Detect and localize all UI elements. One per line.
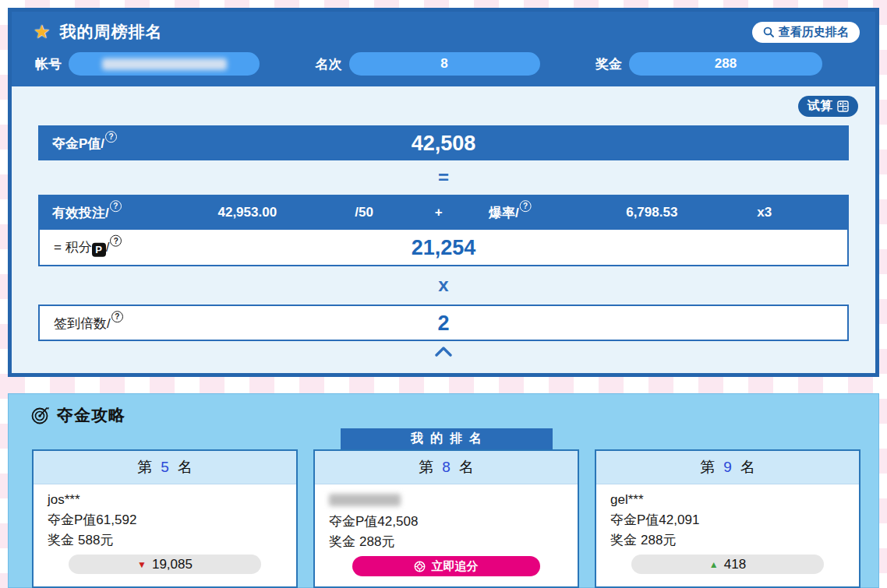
search-icon [763, 26, 774, 37]
rank-number: 9 [723, 459, 732, 476]
times-operator: x [12, 276, 875, 294]
calc-panel: 试算 夺金P值/? 42,508 = [12, 86, 875, 360]
rank-card-9: 第 9 名 gel*** 夺金P值42,091 奖金288元 ▲ 418 [595, 449, 860, 588]
up-triangle-icon: ▲ [709, 555, 719, 575]
p-badge-icon: P [92, 243, 106, 257]
burst-rate-value: 6,798.53 [626, 205, 677, 220]
points-gap-badge: ▼ 19,085 [69, 555, 261, 574]
weekly-ranking-panel: ★ 我的周榜排名 查看历史排名 帐号 名次 8 [8, 8, 879, 377]
points-label: = 积分P/? [54, 238, 122, 257]
account-label: 帐号 [35, 55, 62, 73]
points-gap-value: 418 [724, 555, 746, 575]
player-prize-line: 奖金288元 [329, 532, 564, 552]
plus-operator: + [435, 205, 443, 220]
help-icon[interactable]: ? [110, 200, 122, 212]
burst-rate-label: 爆率/? [489, 203, 532, 222]
calculator-icon [837, 100, 849, 112]
account-value-pill [69, 52, 260, 76]
points-gap-badge: ▲ 418 [631, 555, 824, 574]
chase-points-button[interactable]: 立即追分 [352, 556, 540, 576]
signin-multiplier-value: 2 [437, 311, 449, 335]
player-p-value-line: 夺金P值61,592 [48, 510, 282, 530]
prize-value: 288 [715, 56, 737, 72]
rank-card-8-mine: 我的排名 第 8 名 夺金P值42,508 奖金288元 [313, 439, 579, 588]
collapse-chevron-icon[interactable] [434, 347, 453, 357]
rank-value-pill: 8 [349, 52, 540, 76]
player-prize-line: 奖金288元 [610, 530, 845, 551]
player-name-blurred [329, 494, 401, 506]
p-value: 42,508 [412, 131, 476, 155]
prize-value-pill: 288 [629, 52, 822, 76]
rank-card-8-header: 第 8 名 [315, 451, 578, 484]
valid-bet-value: 42,953.00 [217, 205, 277, 220]
player-p-value-line: 夺金P值42,508 [329, 512, 564, 532]
prize-label: 奖金 [595, 55, 622, 73]
view-history-ranking-label: 查看历史排名 [779, 25, 849, 40]
bet-divisor: /50 [355, 205, 373, 220]
rank-value: 8 [440, 56, 447, 72]
equals-operator: = [12, 168, 875, 187]
burst-multiplier: x3 [757, 205, 772, 220]
rank-label: 名次 [316, 55, 342, 73]
chip-icon [414, 561, 426, 572]
chase-points-label: 立即追分 [431, 559, 478, 574]
player-p-value-line: 夺金P值42,091 [610, 510, 845, 530]
account-value-blurred [102, 58, 227, 70]
rank-card-5-header: 第 5 名 [34, 451, 296, 484]
strategy-panel: 夺金攻略 第 5 名 jos*** 夺金P值61,592 奖金588元 ▼ [8, 393, 879, 588]
star-icon: ★ [34, 23, 51, 41]
signin-multiplier-row: 签到倍数/? 2 [38, 305, 849, 341]
rank-card-9-header: 第 9 名 [596, 451, 859, 484]
help-icon[interactable]: ? [110, 234, 122, 246]
help-icon[interactable]: ? [111, 311, 123, 322]
rank-number: 5 [161, 459, 169, 476]
points-value: 21,254 [412, 235, 476, 259]
page-title: 我的周榜排名 [60, 21, 163, 43]
points-gap-value: 19,085 [152, 555, 193, 575]
player-name: jos*** [48, 490, 282, 510]
points-row: = 积分P/? 21,254 [38, 230, 849, 266]
help-icon[interactable]: ? [105, 131, 117, 143]
weekly-ranking-header: ★ 我的周榜排名 查看历史排名 帐号 名次 8 [12, 12, 875, 86]
my-rank-tab: 我的排名 [341, 428, 553, 449]
strategy-title: 夺金攻略 [57, 404, 125, 426]
bet-burst-row: 有效投注/? 42,953.00 /50 + 爆率/? 6,798.53 x3 [38, 195, 849, 230]
player-prize-line: 奖金588元 [48, 530, 282, 551]
down-triangle-icon: ▼ [137, 555, 147, 575]
player-name: gel*** [610, 490, 845, 510]
trial-calc-button[interactable]: 试算 [798, 96, 858, 117]
help-icon[interactable]: ? [520, 200, 532, 212]
p-value-label: 夺金P值/? [52, 134, 117, 153]
trial-calc-label: 试算 [807, 98, 832, 114]
rank-card-5: 第 5 名 jos*** 夺金P值61,592 奖金588元 ▼ 19,085 [32, 449, 298, 588]
valid-bet-label: 有效投注/? [52, 203, 122, 222]
p-value-row: 夺金P值/? 42,508 [38, 125, 849, 160]
view-history-ranking-button[interactable]: 查看历史排名 [752, 22, 860, 43]
dartboard-icon [30, 405, 51, 425]
rank-number: 8 [442, 459, 451, 476]
signin-multiplier-label: 签到倍数/? [54, 314, 123, 333]
